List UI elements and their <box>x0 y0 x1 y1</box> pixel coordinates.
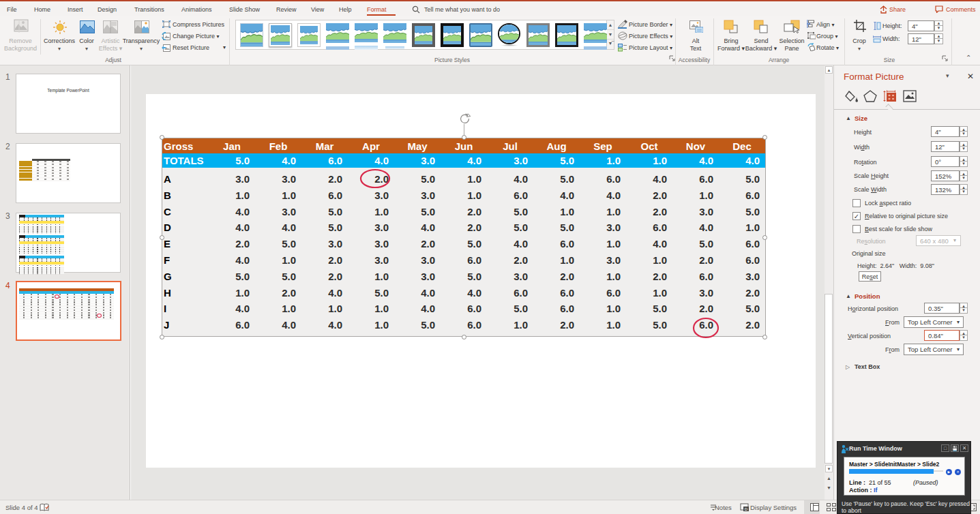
svg-text:D: D <box>745 507 748 511</box>
